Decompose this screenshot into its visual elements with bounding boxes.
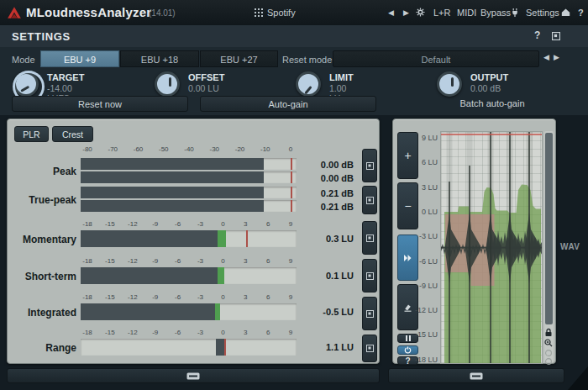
scale-tick: 0 LU bbox=[422, 208, 438, 216]
zoom-extra2-icon[interactable] bbox=[544, 357, 553, 366]
fast-forward-icon bbox=[404, 255, 412, 261]
integrated-detach-button[interactable] bbox=[362, 297, 377, 330]
plugin-version: (14.01) bbox=[149, 8, 176, 18]
scale-tick: -15 bbox=[105, 293, 115, 301]
preset-grid-icon[interactable] bbox=[255, 8, 263, 17]
preset-name-button[interactable]: Spotify bbox=[267, 8, 296, 18]
detach-window-icon[interactable] bbox=[552, 32, 560, 40]
scale-tick: -9 bbox=[152, 293, 158, 301]
meter-label-short-term: Short-term bbox=[9, 271, 76, 282]
scale-tick: -10 bbox=[260, 145, 270, 153]
scale-tick: 3 bbox=[244, 293, 247, 301]
knob-label: OUTPUT bbox=[470, 72, 508, 82]
zoom-in-button[interactable]: + bbox=[397, 132, 418, 179]
title-bar: MLoudnessAnalyzer (14.01) Spotify ◀ ▶ L+… bbox=[0, 0, 588, 26]
reset-now-button[interactable]: Reset now bbox=[12, 96, 188, 112]
scale-tick: -18 bbox=[82, 293, 92, 301]
auto-gain-button[interactable]: Auto-gain bbox=[200, 96, 376, 112]
offset-knob[interactable] bbox=[155, 71, 180, 97]
scale-tick: -9 bbox=[152, 257, 158, 265]
graph-scrollbar-thumb[interactable] bbox=[545, 133, 553, 324]
lu-scale: -18-15-12-9-6-30369 bbox=[81, 257, 299, 266]
scale-tick: 6 bbox=[266, 257, 270, 265]
short-term-meter bbox=[81, 267, 297, 284]
scale-tick: 6 bbox=[266, 293, 270, 301]
channel-mode-button[interactable]: L+R bbox=[433, 8, 451, 18]
batch-auto-gain-button[interactable]: Batch auto-gain bbox=[403, 96, 581, 112]
reset-mode-dropdown[interactable]: Default bbox=[333, 50, 539, 67]
scale-tick: -6 bbox=[175, 293, 181, 301]
knob-label: TARGET bbox=[47, 72, 84, 82]
section-help-button[interactable]: ? bbox=[534, 29, 540, 41]
scale-tick: -15 bbox=[105, 257, 115, 265]
reset-mode-prev-button[interactable]: ◀ bbox=[543, 53, 549, 61]
meter-value: 0.21 dB bbox=[302, 188, 354, 198]
loudness-graph[interactable] bbox=[440, 131, 543, 364]
prev-preset-button[interactable]: ◀ bbox=[388, 8, 394, 17]
crest-toggle-button[interactable]: Crest bbox=[52, 126, 93, 142]
scale-tick: 9 bbox=[289, 293, 292, 301]
true-peak-meter-right bbox=[81, 200, 297, 212]
scale-tick: -70 bbox=[108, 145, 118, 153]
home-icon[interactable] bbox=[561, 8, 570, 17]
scale-tick: -6 bbox=[175, 220, 181, 228]
graph-panel: + − ? 9 LU6 LU3 bbox=[392, 119, 556, 364]
scale-tick: 0 bbox=[221, 220, 224, 228]
range-detach-button[interactable] bbox=[362, 335, 377, 362]
help-button[interactable]: ? bbox=[578, 8, 584, 18]
plr-toggle-button[interactable]: PLR bbox=[14, 126, 49, 142]
pause-icon bbox=[406, 335, 411, 341]
scale-tick: 0 bbox=[289, 145, 292, 153]
loudness-waveform bbox=[441, 132, 542, 363]
reset-mode-next-button[interactable]: ▶ bbox=[554, 53, 559, 61]
scale-tick: -15 LU bbox=[415, 330, 438, 339]
gear-icon[interactable] bbox=[416, 8, 425, 17]
meters-panel: PLR Crest -80-70-60-50-40-30-20-100 Peak… bbox=[7, 119, 380, 364]
section-title: SETTINGS bbox=[12, 30, 71, 43]
knob-value: 0.00 LU bbox=[188, 83, 224, 93]
reset-mode-label: Reset mode bbox=[282, 55, 332, 65]
scale-tick: -80 bbox=[82, 145, 92, 153]
meter-label-integrated: Integrated bbox=[9, 307, 76, 319]
meter-value: -0.5 LU bbox=[302, 307, 354, 317]
settings-button[interactable]: Settings bbox=[526, 8, 559, 18]
follow-button[interactable] bbox=[397, 235, 418, 281]
wav-side-tab[interactable]: WAV bbox=[560, 242, 580, 251]
momentary-meter bbox=[81, 230, 297, 247]
meter-label-peak: Peak bbox=[9, 166, 76, 177]
zoom-extra-icon[interactable] bbox=[544, 349, 553, 357]
tab-ebu18[interactable]: EBU +18 bbox=[120, 50, 199, 67]
target-knob[interactable] bbox=[13, 71, 39, 97]
zoom-out-button[interactable]: − bbox=[397, 182, 418, 229]
next-preset-button[interactable]: ▶ bbox=[403, 8, 409, 17]
eraser-icon bbox=[403, 303, 412, 312]
plugin-window: MLoudnessAnalyzer (14.01) Spotify ◀ ▶ L+… bbox=[0, 0, 588, 390]
scale-tick: 9 bbox=[289, 329, 292, 336]
tab-ebu27[interactable]: EBU +27 bbox=[200, 50, 278, 67]
short-term-detach-button[interactable] bbox=[362, 259, 377, 292]
collapse-left-panel-button[interactable] bbox=[7, 368, 380, 383]
peak-detach-button[interactable] bbox=[362, 149, 377, 182]
enable-button[interactable] bbox=[397, 345, 418, 355]
scale-tick: 3 bbox=[244, 257, 247, 265]
knob-label: OFFSET bbox=[188, 72, 224, 82]
plugin-title: MLoudnessAnalyzer bbox=[26, 5, 151, 19]
momentary-detach-button[interactable] bbox=[362, 221, 377, 255]
true-peak-detach-button[interactable] bbox=[362, 186, 377, 214]
bypass-button[interactable]: Bypass bbox=[480, 8, 511, 18]
settings-header: SETTINGS ? bbox=[0, 25, 588, 48]
scale-tick: -18 LU bbox=[415, 356, 438, 364]
collapse-right-panel-button[interactable] bbox=[388, 368, 564, 383]
meter-label-range: Range bbox=[9, 342, 76, 354]
output-knob[interactable] bbox=[437, 71, 462, 97]
tab-ebu9[interactable]: EBU +9 bbox=[40, 50, 119, 67]
scale-tick: -30 bbox=[209, 145, 219, 153]
lock-icon[interactable] bbox=[544, 328, 553, 337]
plugin-plug-icon[interactable] bbox=[511, 8, 519, 18]
midi-button[interactable]: MIDI bbox=[457, 8, 476, 18]
scale-tick: -40 bbox=[184, 145, 194, 153]
zoom-magnifier-icon[interactable] bbox=[544, 339, 553, 347]
resize-grip[interactable] bbox=[568, 366, 588, 390]
limit-knob[interactable] bbox=[296, 71, 321, 97]
lu-scale: -18-15-12-9-6-30369 bbox=[81, 329, 299, 337]
